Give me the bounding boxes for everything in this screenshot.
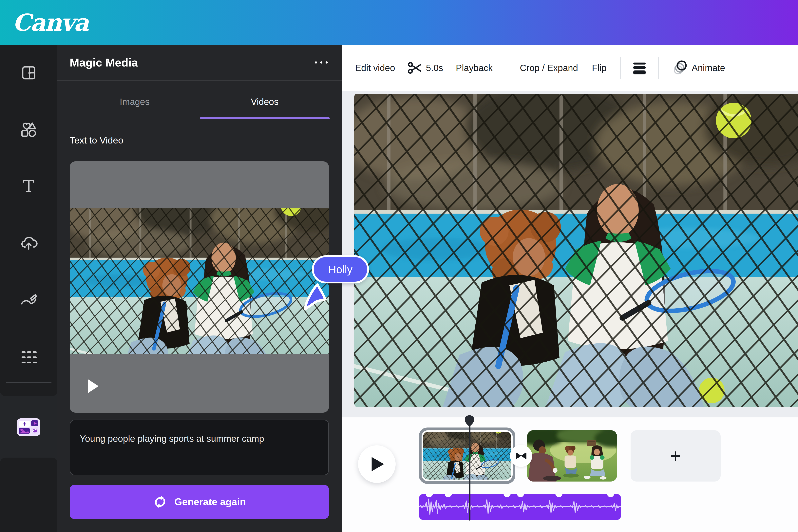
play-icon bbox=[372, 457, 384, 471]
flip-button[interactable]: Flip bbox=[592, 62, 607, 73]
collaborator-cursor-label: Holly bbox=[312, 255, 369, 283]
position-button[interactable] bbox=[633, 61, 646, 74]
apps-icon bbox=[19, 348, 38, 367]
generated-video-thumbnail bbox=[70, 208, 329, 354]
edit-video-button[interactable]: Edit video bbox=[355, 62, 395, 73]
position-icon bbox=[633, 61, 646, 74]
magic-media-app-icon bbox=[17, 418, 40, 436]
generated-video-card[interactable] bbox=[70, 161, 329, 413]
svg-text:T: T bbox=[23, 177, 34, 196]
generate-again-label: Generate again bbox=[174, 496, 246, 508]
uploads-icon bbox=[19, 234, 38, 253]
duration-label: 5.0s bbox=[426, 62, 443, 73]
tab-images[interactable]: Images bbox=[70, 87, 200, 119]
sidebar-rail-bottom bbox=[0, 458, 57, 532]
playhead-pin-icon[interactable] bbox=[464, 415, 475, 427]
sidebar-item-text[interactable]: T bbox=[17, 175, 41, 199]
sidebar-item-elements[interactable] bbox=[17, 118, 41, 142]
regenerate-icon bbox=[153, 494, 168, 510]
add-clip-button[interactable]: + bbox=[631, 430, 721, 481]
more-options-icon[interactable] bbox=[313, 59, 330, 65]
sidebar-item-uploads[interactable] bbox=[17, 232, 41, 256]
transition-button[interactable] bbox=[510, 445, 532, 467]
toolbar-separator bbox=[620, 57, 621, 79]
timeline-play-button[interactable] bbox=[358, 445, 396, 483]
panel-header-divider bbox=[57, 80, 342, 81]
canva-editor: Canva bbox=[0, 0, 798, 532]
section-title: Text to Video bbox=[70, 135, 123, 146]
text-icon: T bbox=[19, 177, 38, 196]
elements-icon bbox=[19, 120, 38, 139]
rail-divider bbox=[6, 382, 52, 383]
trim-duration-button[interactable]: 5.0s bbox=[407, 61, 443, 75]
top-bar: Canva bbox=[0, 0, 798, 45]
tab-videos[interactable]: Videos bbox=[200, 87, 330, 119]
playback-button[interactable]: Playback bbox=[456, 62, 493, 73]
toolbar-separator bbox=[658, 57, 659, 79]
timeline-divider bbox=[342, 417, 798, 417]
prompt-input[interactable]: Young people playing sports at summer ca… bbox=[70, 420, 329, 475]
toolbar-separator bbox=[507, 57, 507, 79]
animate-button[interactable]: Animate bbox=[672, 60, 725, 76]
animate-label: Animate bbox=[692, 62, 725, 73]
playhead-line[interactable] bbox=[469, 421, 471, 520]
sidebar-item-apps[interactable] bbox=[17, 345, 41, 369]
timeline-clip-1-selected[interactable] bbox=[419, 428, 515, 484]
cursor-pointer-icon bbox=[302, 281, 328, 312]
play-icon[interactable] bbox=[88, 379, 99, 394]
audio-track[interactable] bbox=[419, 494, 621, 520]
draw-icon bbox=[19, 291, 38, 310]
selected-video-page[interactable] bbox=[354, 94, 798, 407]
canvas-area: Edit video 5.0s Playback Crop / Expand F… bbox=[342, 45, 798, 532]
crop-expand-button[interactable]: Crop / Expand bbox=[520, 62, 578, 73]
add-icon: + bbox=[670, 446, 681, 466]
timeline-clip-2[interactable] bbox=[527, 430, 617, 481]
sidebar-item-magic-media[interactable] bbox=[17, 418, 41, 436]
tab-videos-label: Videos bbox=[251, 97, 279, 107]
scissors-icon bbox=[407, 61, 422, 75]
panel-header: Magic Media bbox=[57, 45, 342, 80]
sidebar-item-draw[interactable] bbox=[17, 288, 41, 312]
panel-title: Magic Media bbox=[70, 56, 138, 69]
sidebar-item-design[interactable] bbox=[17, 61, 41, 85]
collaborator-name: Holly bbox=[328, 263, 353, 276]
sidebar-rail-main bbox=[0, 45, 57, 396]
sidebar-rail: T bbox=[0, 45, 57, 532]
active-tab-underline bbox=[200, 117, 330, 119]
waveform-graphic bbox=[419, 494, 621, 520]
canva-logo[interactable]: Canva bbox=[13, 9, 88, 36]
design-icon bbox=[19, 63, 38, 82]
transition-icon bbox=[515, 452, 527, 460]
generate-again-button[interactable]: Generate again bbox=[70, 485, 329, 519]
magic-media-panel: Magic Media Images Videos Text to Video … bbox=[57, 45, 342, 532]
tab-bar: Images Videos bbox=[70, 87, 330, 119]
tab-images-label: Images bbox=[120, 97, 150, 107]
animate-icon bbox=[672, 60, 688, 76]
context-toolbar: Edit video 5.0s Playback Crop / Expand F… bbox=[342, 45, 798, 91]
